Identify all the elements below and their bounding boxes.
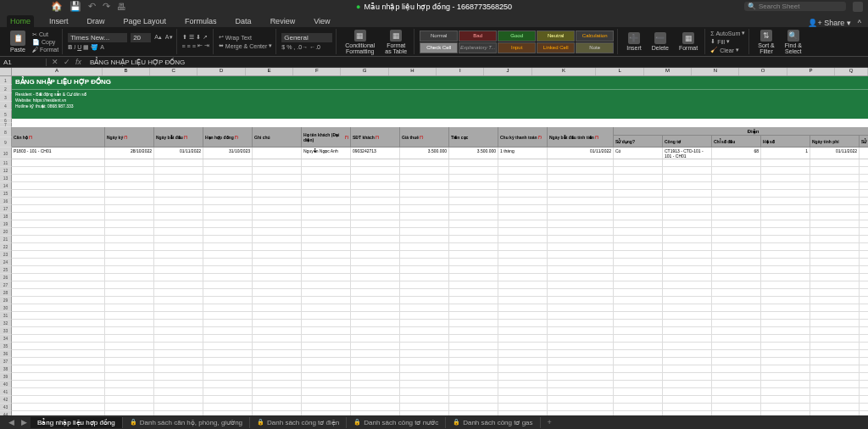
sheet-tab[interactable]: 🔒Danh sách công tơ nước	[347, 417, 446, 428]
copy-button[interactable]: 📄 Copy	[32, 39, 58, 46]
dec-decimal-button[interactable]: ←.0	[309, 44, 320, 50]
sheet-tab[interactable]: 🔒Danh sách công tơ gas	[446, 417, 540, 428]
font-name-select[interactable]: Times New...	[68, 33, 127, 42]
save-icon[interactable]: 💾	[70, 1, 81, 12]
select-all-corner[interactable]	[0, 68, 12, 76]
find-select-button[interactable]: 🔍Find & Select	[782, 30, 805, 54]
format-as-table-button[interactable]: ▦Format as Table	[381, 30, 410, 54]
conditional-formatting-button[interactable]: ▦Conditional Formatting	[342, 30, 378, 54]
decrease-font-button[interactable]: A▾	[165, 34, 173, 41]
align-mid-button[interactable]: ☰	[189, 34, 194, 41]
orientation-button[interactable]: ↗	[203, 34, 208, 41]
sheet-nav-first[interactable]: ◀	[5, 418, 18, 426]
tab-insert[interactable]: Insert	[46, 15, 72, 27]
lock-icon: 🔒	[257, 419, 264, 426]
merge-center-button[interactable]: ⬌ Merge & Center ▾	[219, 42, 272, 49]
increase-font-button[interactable]: A▴	[154, 34, 162, 41]
notification-icon[interactable]	[853, 2, 863, 12]
underline-button[interactable]: U	[77, 44, 81, 50]
align-center-button[interactable]: ≡	[187, 43, 191, 49]
bold-button[interactable]: B	[68, 44, 72, 50]
cell-styles-gallery[interactable]: Normal Bad Good Neutral Calculation Chec…	[420, 31, 614, 53]
wrap-text-button[interactable]: ↩ Wrap Text	[219, 34, 272, 41]
redo-icon[interactable]: ↷	[103, 1, 110, 12]
tab-draw[interactable]: Draw	[84, 15, 108, 27]
sheet-tab[interactable]: 🔒Danh sách công tơ điện	[250, 417, 347, 428]
sort-filter-button[interactable]: ⇅Sort & Filter	[754, 30, 777, 54]
tab-review[interactable]: Review	[267, 15, 299, 27]
format-painter-button[interactable]: 🖌 Format	[32, 47, 58, 53]
fx-icon[interactable]: fx	[75, 58, 81, 66]
ribbon: 📋Paste ✂ Cut 📄 Copy 🖌 Format Times New..…	[0, 27, 868, 56]
share-button[interactable]: 👤+ Share ▾	[808, 19, 850, 27]
fill-color-button[interactable]: 🪣	[91, 44, 98, 51]
sheet-title: BẢNG NHẬP LIỆU HỢP ĐỒNG	[12, 76, 868, 87]
number-format-select[interactable]: General	[281, 33, 332, 42]
lock-icon: 🔒	[130, 419, 137, 426]
align-top-button[interactable]: ⬆	[182, 34, 187, 41]
percent-button[interactable]: %	[287, 44, 292, 50]
italic-button[interactable]: I	[74, 44, 75, 50]
accept-formula-icon[interactable]: ✓	[64, 58, 70, 66]
autosum-button[interactable]: Σ AutoSum ▾	[710, 30, 745, 36]
ribbon-toggle-icon[interactable]: ^	[858, 19, 861, 27]
save-icon[interactable]: 🏠	[51, 1, 63, 12]
tab-data[interactable]: Data	[232, 15, 255, 27]
align-right-button[interactable]: ≡	[192, 43, 196, 49]
name-box[interactable]: A1	[0, 58, 47, 66]
sheet-tab[interactable]: Bảng nhập liệu hợp đồng	[31, 417, 123, 428]
add-sheet-button[interactable]: +	[541, 418, 559, 426]
align-left-button[interactable]: ≡	[182, 43, 186, 49]
undo-icon[interactable]: ↶	[88, 1, 96, 12]
print-icon[interactable]: 🖶	[117, 2, 126, 12]
paste-button[interactable]: 📋Paste	[7, 31, 29, 53]
sheet-tabs: ◀ ▶ Bảng nhập liệu hợp đồng🔒Danh sách că…	[0, 415, 868, 429]
font-color-button[interactable]: A	[100, 44, 104, 50]
formula-input[interactable]: BẢNG NHẬP LIỆU HỢP ĐỒNG	[86, 58, 868, 66]
tab-formulas[interactable]: Formulas	[181, 15, 220, 27]
sheet-tab[interactable]: 🔒Danh sách căn hộ, phòng, giường	[123, 417, 250, 428]
delete-cells-button[interactable]: ➖Delete	[648, 32, 672, 51]
fill-button[interactable]: ⬇ Fill ▾	[710, 38, 745, 45]
formula-bar: A1 ✕✓fx BẢNG NHẬP LIỆU HỢP ĐỒNG	[0, 56, 868, 68]
tab-page-layout[interactable]: Page Layout	[120, 15, 170, 27]
border-button[interactable]: ▦	[83, 44, 89, 51]
column-headers[interactable]: ABCDEFGHIJKLMNOPQ	[12, 68, 868, 76]
currency-button[interactable]: $	[281, 44, 285, 50]
indent-inc-button[interactable]: ⇥	[204, 42, 209, 49]
lock-icon: 🔒	[353, 419, 361, 426]
align-bot-button[interactable]: ⬇	[196, 34, 201, 41]
window-title: Mẫu nhập liệu hợp đồng - 1668773568250	[364, 3, 512, 11]
search-input[interactable]: 🔍Search Sheet	[744, 2, 846, 11]
indent-dec-button[interactable]: ⇤	[198, 42, 203, 49]
tab-view[interactable]: View	[310, 15, 333, 27]
tab-home[interactable]: Home	[7, 15, 34, 27]
insert-cells-button[interactable]: ➕Insert	[623, 32, 645, 51]
clear-button[interactable]: 🧹 Clear ▾	[710, 47, 745, 53]
inc-decimal-button[interactable]: .0→	[297, 44, 308, 50]
spreadsheet-area[interactable]: ABCDEFGHIJKLMNOPQ BẢNG NHẬP LIỆU HỢP ĐỒN…	[0, 68, 868, 415]
format-cells-button[interactable]: ▦Format	[676, 32, 701, 51]
cancel-formula-icon[interactable]: ✕	[52, 58, 58, 66]
cloud-sync-icon: ●	[356, 3, 360, 11]
cut-button[interactable]: ✂ Cut	[32, 31, 58, 38]
font-size-select[interactable]: 20	[131, 33, 151, 42]
search-icon: 🔍	[748, 3, 756, 10]
sheet-nav-prev[interactable]: ▶	[18, 418, 31, 426]
comma-button[interactable]: ,	[293, 44, 295, 50]
lock-icon: 🔒	[453, 419, 460, 426]
ribbon-tabs: Home Insert Draw Page Layout Formulas Da…	[0, 13, 868, 27]
quick-access-toolbar: 🏠 💾 ↶ ↷ 🖶	[51, 0, 126, 13]
